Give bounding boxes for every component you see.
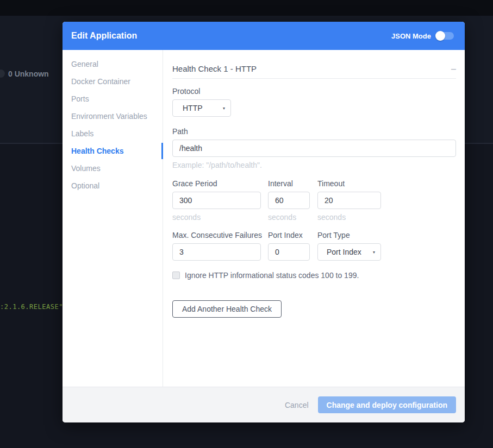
timeout-help: seconds [317, 213, 381, 222]
timeout-input[interactable] [317, 192, 381, 209]
ignore-http-checkbox-label: Ignore HTTP informational status codes 1… [185, 271, 359, 280]
sidebar-item-labels[interactable]: Labels [63, 125, 163, 142]
path-input[interactable] [172, 140, 456, 157]
background-code-text: :2.1.6.RELEASE", [0, 303, 67, 311]
port-index-label: Port Index [268, 231, 310, 239]
sidebar-item-health-checks[interactable]: Health Checks [63, 142, 163, 160]
sidebar-item-general[interactable]: General [63, 55, 163, 73]
modal-sidebar: General Docker Container Ports Environme… [63, 50, 163, 387]
grace-period-input[interactable] [172, 192, 261, 209]
interval-help: seconds [268, 213, 310, 222]
protocol-label: Protocol [172, 87, 456, 96]
port-type-value: Port Index [327, 248, 361, 256]
ignore-http-checkbox-row: Ignore HTTP informational status codes 1… [172, 271, 456, 280]
sidebar-item-docker-container[interactable]: Docker Container [63, 73, 163, 90]
modal-footer: Cancel Change and deploy configuration [63, 387, 465, 422]
sidebar-item-volumes[interactable]: Volumes [63, 160, 163, 177]
active-tab-indicator [161, 143, 163, 159]
collapse-icon[interactable]: – [451, 66, 456, 72]
cancel-button[interactable]: Cancel [285, 401, 309, 409]
grace-period-help: seconds [172, 213, 261, 222]
protocol-value: HTTP [183, 104, 203, 112]
port-type-select[interactable]: Port Index ▾ [317, 243, 381, 261]
json-mode-toggle[interactable] [436, 32, 454, 40]
grace-period-label: Grace Period [172, 179, 261, 188]
port-type-label: Port Type [317, 231, 381, 239]
sidebar-item-environment-variables[interactable]: Environment Variables [63, 108, 163, 125]
edit-application-modal: Edit Application JSON Mode General Docke… [63, 22, 465, 422]
port-index-input[interactable] [268, 243, 310, 261]
max-consecutive-failures-input[interactable] [172, 243, 261, 261]
interval-label: Interval [268, 179, 310, 188]
chevron-down-icon: ▾ [367, 250, 375, 255]
max-consecutive-failures-label: Max. Consecutive Failures [172, 231, 261, 239]
toggle-knob-icon [435, 31, 445, 41]
ignore-http-checkbox[interactable] [172, 272, 180, 279]
section-title: Health Check 1 - HTTP [172, 64, 257, 73]
sidebar-item-optional[interactable]: Optional [63, 177, 163, 194]
chevron-down-icon: ▾ [217, 106, 225, 111]
page-top-band [0, 0, 493, 16]
interval-input[interactable] [268, 192, 310, 209]
add-health-check-button[interactable]: Add Another Health Check [172, 300, 282, 318]
timeout-label: Timeout [317, 179, 381, 188]
path-help-text: Example: "/path/to/health". [172, 161, 456, 169]
modal-header: Edit Application JSON Mode [63, 22, 465, 50]
sidebar-item-ports[interactable]: Ports [63, 90, 163, 108]
health-check-section-header: Health Check 1 - HTTP – [172, 64, 456, 79]
change-and-deploy-button[interactable]: Change and deploy configuration [318, 396, 456, 413]
health-check-form: Health Check 1 - HTTP – Protocol HTTP ▾ … [163, 50, 465, 387]
modal-title: Edit Application [71, 31, 137, 41]
json-mode-label: JSON Mode [391, 32, 431, 40]
status-unknown-count: 0 Unknown [8, 70, 49, 78]
modal-body: General Docker Container Ports Environme… [63, 50, 465, 387]
path-label: Path [172, 127, 456, 136]
protocol-select[interactable]: HTTP ▾ [172, 99, 231, 117]
json-mode-control: JSON Mode [391, 32, 454, 40]
